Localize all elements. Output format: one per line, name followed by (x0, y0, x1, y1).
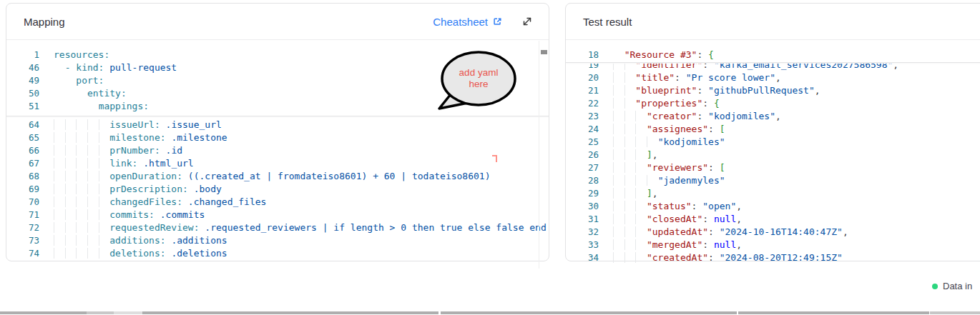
line-number: 51 (6, 100, 39, 113)
line-number: 65 (6, 131, 39, 144)
code-line: 28 "jadenmyles" (566, 174, 980, 187)
code-line: 27 "reviewers": [ (566, 161, 980, 174)
sticky-scroll-separator (566, 62, 980, 63)
table-edge-segment (930, 311, 980, 314)
line-number: 67 (6, 157, 39, 170)
svg-text:here: here (469, 79, 488, 89)
red-cursor-mark (492, 155, 497, 162)
line-number: 66 (6, 144, 39, 157)
code-line: 18 "Resource #3": { (566, 49, 980, 61)
table-edge-segment (142, 311, 438, 314)
code-line: 69 prDescription: .body (6, 183, 549, 196)
cheatsheet-link[interactable]: Cheatsheet (433, 16, 503, 28)
line-number: 33 (566, 239, 599, 251)
code-line: 30 "status": "open", (566, 200, 980, 213)
editor-scrollbar-thumb[interactable] (541, 50, 547, 54)
json-result-viewer[interactable]: 18 "Resource #3": {19 "identifier": "kaf… (566, 40, 980, 269)
code-line: 34 "createdAt": "2024-08-20T12:49:15Z" (566, 251, 980, 264)
line-number: 30 (566, 200, 599, 213)
code-line: 21 "blueprint": "githubPullRequest", (566, 84, 980, 97)
code-line: 20 "title": "Pr score lower", (566, 71, 980, 84)
code-line: 22 "properties": { (566, 97, 980, 110)
code-line: 73 additions: .additions (6, 234, 549, 247)
line-number: 46 (6, 61, 39, 74)
mapping-panel: Mapping Cheatsheet 1resources:46 - kind: (6, 3, 549, 261)
code-line: 24 "assignees": [ (566, 123, 980, 136)
mapping-panel-header: Mapping Cheatsheet (6, 4, 549, 40)
code-line: 33 "mergedAt": null, (566, 239, 980, 251)
bubble-text-line1: add yaml (459, 67, 499, 78)
line-number: 69 (6, 183, 39, 196)
panel-title-mapping: Mapping (24, 16, 65, 28)
line-number: 73 (6, 234, 39, 247)
table-edge-segment (738, 311, 929, 314)
table-edge-segment (441, 311, 737, 314)
external-link-icon (492, 16, 503, 27)
svg-text:add yaml: add yaml (459, 67, 499, 78)
line-number: 27 (566, 161, 599, 174)
annotation-speech-bubble: add yaml here (428, 47, 528, 119)
bubble-text-line2: here (469, 79, 488, 89)
line-number: 28 (566, 174, 599, 187)
code-line: 72 requestedReview: .requested_reviewers… (6, 221, 549, 234)
line-number: 20 (566, 71, 599, 84)
line-number: 31 (566, 213, 599, 226)
line-number: 68 (6, 170, 39, 183)
line-number: 29 (566, 187, 599, 200)
line-number: 19 (566, 64, 599, 71)
line-number: 22 (566, 97, 599, 110)
line-number: 49 (6, 74, 39, 87)
data-status-label: Data in (943, 281, 972, 291)
line-number: 25 (566, 136, 599, 149)
line-number: 50 (6, 87, 39, 100)
line-number: 24 (566, 123, 599, 136)
code-line: 70 changedFiles: .changed_files (6, 196, 549, 209)
code-line: 71 commits: .commits (6, 209, 549, 221)
code-line: 67 link: .html_url (6, 157, 549, 170)
code-line: 26 ], (566, 149, 980, 161)
editor-scrollbar[interactable] (539, 41, 549, 269)
line-number: 32 (566, 226, 599, 239)
code-line: 64 issueUrl: .issue_url (6, 119, 549, 131)
code-line: 25 "kodjomiles" (566, 136, 980, 149)
table-edge-segment (114, 311, 142, 314)
test-result-panel: Test result 18 "Resource #3": {19 "ident… (565, 3, 980, 261)
line-number: 64 (6, 119, 39, 131)
line-number: 71 (6, 209, 39, 221)
line-number: 21 (566, 84, 599, 97)
line-number: 72 (6, 221, 39, 234)
test-result-panel-header: Test result (566, 4, 980, 40)
line-number: 1 (6, 49, 39, 61)
code-line: 66 prNumber: .id (6, 144, 549, 157)
line-number: 26 (566, 149, 599, 161)
code-line: 65 milestone: .milestone (6, 131, 549, 144)
code-line: 68 openDuration: ((.created_at | fromdat… (6, 170, 549, 183)
code-line: 31 "closedAt": null, (566, 213, 980, 226)
code-line: 74 deletions: .deletions (6, 247, 549, 260)
cheatsheet-link-label: Cheatsheet (433, 16, 488, 28)
line-number: 70 (6, 196, 39, 209)
code-line: 23 "creator": "kodjomiles", (566, 110, 980, 123)
line-number: 34 (566, 251, 599, 264)
panel-title-test-result: Test result (583, 16, 632, 28)
table-edge-segment (87, 311, 114, 314)
code-line: 19 "identifier": "kafka_email_services20… (566, 64, 980, 71)
expand-icon[interactable] (521, 16, 533, 27)
code-line: 29 ], (566, 187, 980, 200)
table-top-edge (0, 311, 980, 315)
line-number: 23 (566, 110, 599, 123)
code-line: 32 "updatedAt": "2024-10-16T14:40:47Z", (566, 226, 980, 239)
data-status: Data in (932, 281, 972, 291)
green-dot-icon (932, 284, 938, 289)
line-number: 74 (6, 247, 39, 260)
table-edge-segment (0, 311, 87, 314)
line-number: 18 (566, 49, 599, 61)
